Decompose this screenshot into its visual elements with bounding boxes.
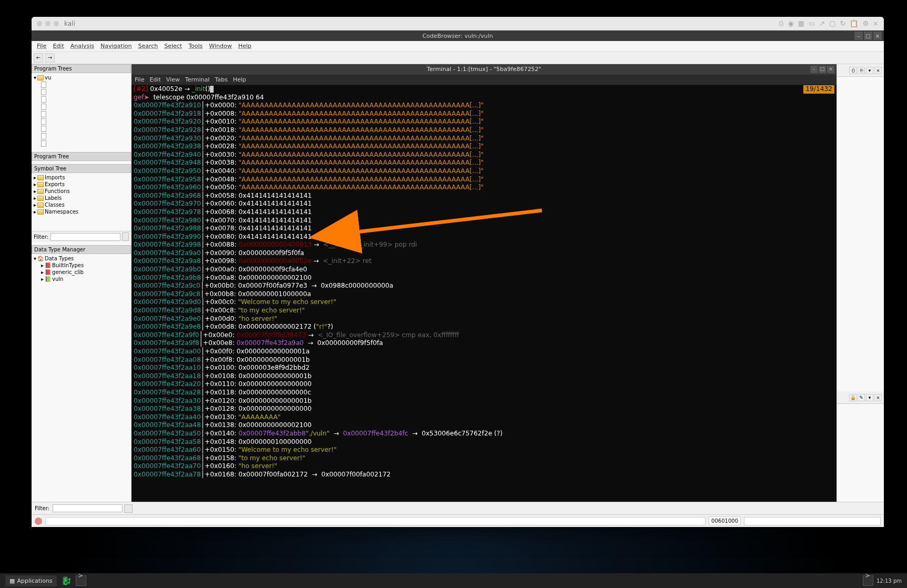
back-icon[interactable]: ← [34, 53, 43, 63]
file-icon [41, 82, 46, 88]
terminal-tray-icon[interactable]: ＞_ [863, 575, 873, 586]
telescope-row: 0x00007ffe43f2a9c8│+0x00b8: 0x0000000010… [134, 290, 834, 299]
menu-search[interactable]: Search [135, 42, 161, 50]
telescope-row: 0x00007ffe43f2a938│+0x0028: "AAAAAAAAAAA… [134, 143, 834, 151]
menu-icon[interactable]: ▾ [866, 394, 873, 401]
terminal-content[interactable]: [#2] 0x40052e → _init()19/1432 gef➤ tele… [132, 85, 837, 514]
telescope-row: 0x00007ffe43f2aa40│+0x0130: "AAAAAAAA" [134, 413, 834, 422]
minimize-dot[interactable] [45, 21, 51, 26]
minimize-icon[interactable]: – [854, 32, 863, 40]
applications-button[interactable]: ▦ Applications [5, 575, 57, 586]
program-tree[interactable]: ▾vu [32, 73, 131, 152]
telescope-row: 0x00007ffe43f2a9a8│+0x0098: 0x0000000000… [134, 257, 834, 266]
symbol-tree-header[interactable]: Symbol Tree [32, 164, 131, 173]
folder-icon [37, 196, 44, 201]
terminal-titlebar[interactable]: Terminal - 1:1:[tmux] - "5ba9fe867252" –… [132, 64, 837, 75]
menu-window[interactable]: Window [206, 42, 235, 50]
filter-button[interactable] [124, 504, 133, 513]
terminal-menubar[interactable]: File Edit View Terminal Tabs Help [132, 75, 837, 85]
menu-edit[interactable]: Edit [49, 42, 67, 50]
camera-icon[interactable]: ⎙ [779, 19, 783, 27]
minimize-icon[interactable]: – [810, 66, 818, 73]
right-panel-toolbar[interactable]: ⎙ ⎘ ▾ × [837, 64, 884, 77]
ghidra-window-controls[interactable]: – □ × [854, 32, 882, 40]
telescope-row: 0x00007ffe43f2aa10│+0x0100: 0x000003e8f9… [134, 364, 834, 372]
telescope-row: 0x00007ffe43f2aa70│+0x0160: "ho server!" [134, 462, 834, 471]
telescope-row: 0x00007ffe43f2a9e8│+0x00d8: 0x0000000000… [134, 323, 834, 331]
data-types-header[interactable]: Data Type Manager [32, 245, 131, 254]
ghidra-menubar[interactable]: File Edit Analysis Navigation Search Sel… [32, 41, 884, 52]
xfce-taskbar[interactable]: ▦ Applications 🐉 ＞_ ＞_ 12:13 pm [0, 573, 907, 588]
edit-icon[interactable]: ✎ [858, 394, 865, 401]
bottom-filter-input[interactable] [53, 504, 123, 512]
forward-icon[interactable]: → [45, 53, 55, 63]
data-types-tree[interactable]: ▾🏠Data Types ▸📕BuiltInTypes ▸📕generic_cl… [32, 254, 131, 503]
symbol-filter-input[interactable] [51, 233, 120, 241]
ghidra-titlebar[interactable]: CodeBrowser: vuln:/vuln – □ × [32, 31, 884, 41]
close-icon[interactable]: × [827, 66, 834, 73]
settings-icon[interactable]: ⚙ [862, 19, 869, 27]
term-menu-file[interactable]: File [135, 76, 144, 84]
telescope-row: 0x00007ffe43f2aa50│+0x0140: 0x00007ffe43… [134, 430, 834, 438]
program-tree-tab[interactable]: Program Tree [32, 152, 131, 161]
snapshot-icon[interactable]: ⎙ [849, 67, 856, 74]
telescope-row: 0x00007ffe43f2aa00│+0x00f0: 0x0000000000… [134, 348, 834, 356]
view-icon[interactable]: ▢ [829, 19, 835, 27]
ghidra-toolbar[interactable]: ← → [32, 52, 884, 64]
file-icon [41, 111, 46, 117]
book-icon: 📕 [45, 262, 51, 268]
menu-navigation[interactable]: Navigation [97, 42, 135, 50]
mac-window-controls[interactable] [37, 21, 59, 26]
taskbar-clock: 12:13 pm [876, 578, 902, 584]
eye-icon[interactable]: ◉ [788, 19, 793, 27]
menu-analysis[interactable]: Analysis [67, 42, 97, 50]
display-icon[interactable]: ▭ [809, 19, 815, 27]
close-dot[interactable] [37, 21, 42, 26]
menu-select[interactable]: Select [161, 42, 185, 50]
terminal-window-controls[interactable]: – □ × [810, 66, 834, 73]
status-icon [35, 518, 42, 525]
reload-icon[interactable]: ↻ [840, 19, 846, 27]
zoom-dot[interactable] [54, 21, 59, 26]
telescope-row: 0x00007ffe43f2a980│+0x0070: 0x4141414141… [134, 217, 834, 225]
book-icon: 📕 [45, 269, 51, 275]
filter-button[interactable] [122, 232, 129, 241]
close-icon[interactable]: × [873, 19, 879, 27]
maximize-icon[interactable]: □ [864, 32, 872, 40]
terminal-title: Terminal - 1:1:[tmux] - "5ba9fe867252" [427, 65, 541, 74]
copy-icon[interactable]: ⎘ [858, 67, 865, 74]
program-trees-header[interactable]: Program Trees [32, 64, 131, 73]
telescope-row: 0x00007ffe43f2aa38│+0x0128: 0x0000000000… [134, 405, 834, 413]
term-menu-view[interactable]: View [166, 76, 180, 84]
clipboard-icon[interactable]: 📋 [850, 19, 858, 27]
terminal-icon[interactable]: ＞_ [76, 575, 86, 586]
term-menu-terminal[interactable]: Terminal [185, 76, 210, 84]
telescope-row: 0x00007ffe43f2a990│+0x0080: 0x4141414141… [134, 233, 834, 241]
scroll-counter: 19/1432 [803, 85, 834, 94]
menu-file[interactable]: File [34, 42, 49, 50]
close-icon[interactable]: × [874, 67, 882, 74]
term-menu-help[interactable]: Help [233, 76, 246, 84]
telescope-row: 0x00007ffe43f2a920│+0x0010: "AAAAAAAAAAA… [134, 118, 834, 126]
right-panel-toolbar2[interactable]: 🔒 ✎ ▾ × [837, 391, 884, 404]
backtrace-line: [#2] 0x40052e → _init()19/1432 [134, 85, 834, 94]
telescope-row: 0x00007ffe43f2a948│+0x0038: "AAAAAAAAAAA… [134, 159, 834, 167]
term-menu-edit[interactable]: Edit [149, 76, 160, 84]
menu-tools[interactable]: Tools [185, 42, 206, 50]
maximize-icon[interactable]: □ [819, 66, 826, 73]
term-menu-tabs[interactable]: Tabs [215, 76, 227, 84]
share-icon[interactable]: ↗ [819, 19, 825, 27]
close-icon[interactable]: × [874, 394, 882, 401]
lock-icon[interactable]: 🔒 [849, 394, 856, 401]
menu-help[interactable]: Help [235, 42, 255, 50]
grid-icon: ▦ [9, 577, 15, 584]
symbol-tree[interactable]: ▸Imports ▸Exports ▸Functions ▸Labels ▸Cl… [32, 173, 131, 231]
menu-icon[interactable]: ▾ [866, 67, 873, 74]
telescope-row: 0x00007ffe43f2aa68│+0x0158: "to my echo … [134, 454, 834, 463]
kali-dragon-icon[interactable]: 🐉 [61, 575, 72, 586]
grid-icon[interactable]: ▦ [798, 19, 804, 27]
folder-icon [37, 202, 44, 208]
telescope-row: 0x00007ffe43f2a9e0│+0x00d0: "ho server!" [134, 315, 834, 323]
close-icon[interactable]: × [873, 32, 882, 40]
mac-titlebar[interactable]: kali ⎙ ◉ ▦ ▭ ↗ ▢ ↻ 📋 ⚙ × [32, 17, 884, 31]
